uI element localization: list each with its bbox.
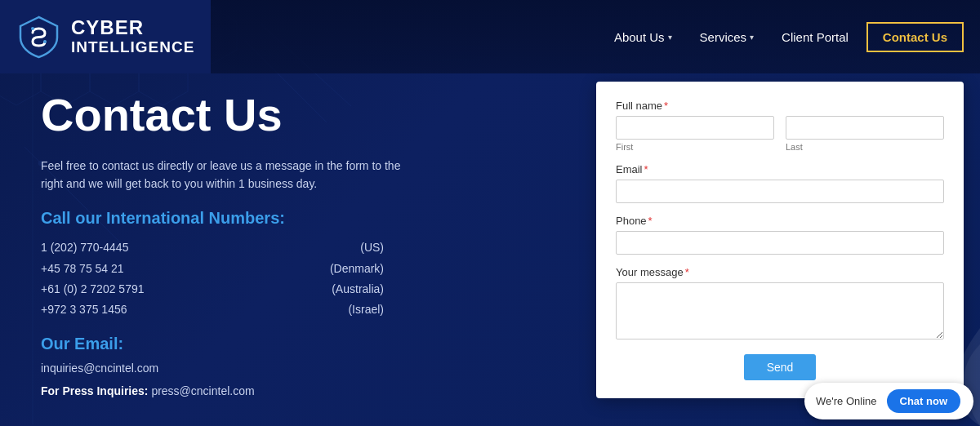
required-star: * [648, 215, 653, 227]
nav-about[interactable]: About Us ▾ [604, 24, 682, 51]
nav-client-portal[interactable]: Client Portal [772, 24, 858, 51]
email-input[interactable] [616, 180, 944, 203]
phone-us: 1 (202) 770-4445 [41, 237, 128, 258]
nav-services[interactable]: Services ▾ [690, 24, 764, 51]
logo-line1: CYBER [71, 17, 194, 38]
email-label: Email* [616, 163, 944, 175]
phone-label: Phone* [616, 215, 944, 227]
phone-denmark: +45 78 75 54 21 [41, 259, 124, 279]
country-australia: (Australia) [332, 279, 384, 300]
chat-online-text: We're Online [816, 395, 877, 407]
press-email: press@cncintel.com [151, 384, 254, 397]
full-name-group: Full name* First Last [616, 100, 944, 152]
phone-input[interactable] [616, 231, 944, 255]
last-label: Last [786, 142, 944, 152]
phone-group: Phone* [616, 215, 944, 255]
last-name-col: Last [786, 116, 944, 152]
phone-israel: +972 3 375 1456 [41, 300, 127, 320]
logo-icon [16, 15, 61, 60]
message-label: Your message* [616, 266, 944, 278]
name-row: First Last [616, 116, 944, 152]
logo-text: CYBER INTELLIGENCE [71, 17, 194, 55]
press-label: For Press Inquiries: [41, 384, 148, 397]
first-name-col: First [616, 116, 774, 152]
svg-point-21 [31, 27, 34, 30]
phone-row-australia: +61 (0) 2 7202 5791 (Australia) [41, 279, 384, 300]
right-panel: Full name* First Last Email* [588, 73, 980, 426]
last-name-input[interactable] [786, 116, 944, 140]
email-section: Our Email: inquiries@cncintel.com For Pr… [41, 335, 555, 397]
contact-form: Full name* First Last Email* [596, 82, 964, 398]
message-group: Your message* [616, 266, 944, 343]
page-title: Contact Us [41, 90, 555, 140]
send-button[interactable]: Send [744, 354, 817, 380]
chat-widget: We're Online Chat now [804, 383, 973, 419]
svg-point-22 [43, 40, 47, 43]
required-star: * [644, 163, 648, 175]
phone-row-us: 1 (202) 770-4445 (US) [41, 237, 384, 258]
description-text: Feel free to contact us directly or leav… [41, 157, 416, 193]
country-israel: (Israel) [348, 300, 384, 320]
message-textarea[interactable] [616, 282, 944, 339]
phone-table: 1 (202) 770-4445 (US) +45 78 75 54 21 (D… [41, 237, 384, 320]
chevron-down-icon: ▾ [750, 33, 754, 42]
required-star: * [685, 266, 689, 278]
left-panel: Contact Us Feel free to contact us direc… [0, 73, 588, 426]
press-inquiries: For Press Inquiries: press@cncintel.com [41, 384, 555, 397]
logo-line2: INTELLIGENCE [71, 39, 194, 56]
numbers-section-title: Call our International Numbers: [41, 209, 555, 228]
chevron-down-icon: ▾ [668, 33, 672, 42]
email-section-title: Our Email: [41, 335, 555, 353]
phone-row-israel: +972 3 375 1456 (Israel) [41, 300, 384, 320]
email-address: inquiries@cncintel.com [41, 362, 555, 375]
nav-contact-button[interactable]: Contact Us [866, 22, 964, 52]
first-name-input[interactable] [616, 116, 774, 140]
logo-area: CYBER INTELLIGENCE [0, 0, 211, 73]
phone-row-denmark: +45 78 75 54 21 (Denmark) [41, 259, 384, 279]
email-group: Email* [616, 163, 944, 203]
country-denmark: (Denmark) [330, 259, 384, 279]
main-content: Contact Us Feel free to contact us direc… [0, 73, 980, 426]
first-label: First [616, 142, 774, 152]
chat-now-button[interactable]: Chat now [887, 389, 961, 413]
phone-australia: +61 (0) 2 7202 5791 [41, 279, 145, 300]
required-star: * [664, 100, 668, 112]
nav: About Us ▾ Services ▾ Client Portal Cont… [604, 22, 964, 52]
country-us: (US) [360, 237, 384, 258]
header: CYBER INTELLIGENCE About Us ▾ Services ▾… [0, 0, 980, 73]
full-name-label: Full name* [616, 100, 944, 112]
